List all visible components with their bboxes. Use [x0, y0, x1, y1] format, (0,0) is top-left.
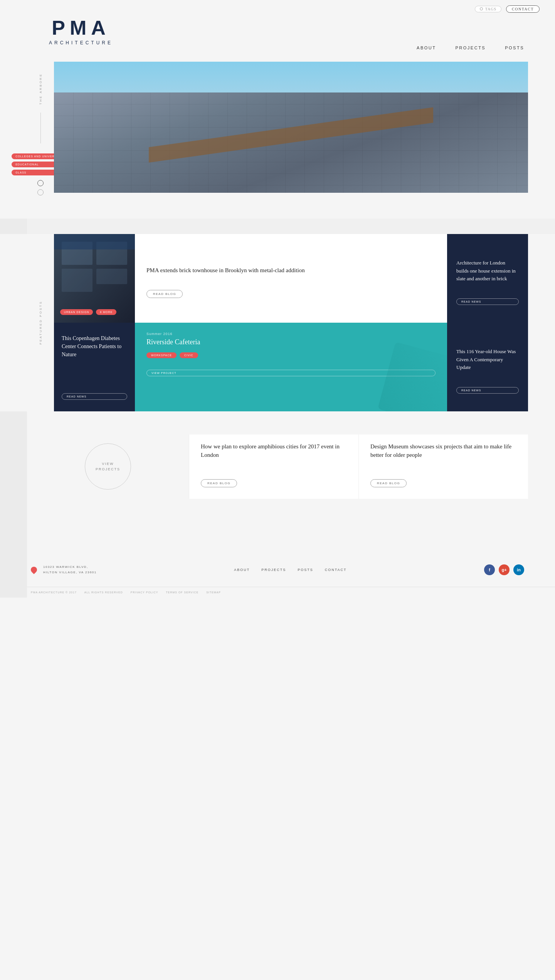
featured-sidebar: FEATURED POSTS — [27, 234, 54, 411]
featured-card-3: Architecture for London builds one house… — [447, 234, 528, 323]
dot-next[interactable] — [37, 189, 44, 195]
card6-title: This 116 Year-old House Was Given A Cont… — [456, 348, 519, 372]
card6-read-btn[interactable]: READ NEWS — [456, 387, 519, 394]
card5-title: Riverside Cafeteria — [146, 338, 436, 346]
building-grid-svg — [54, 93, 528, 193]
svg-rect-5 — [96, 269, 127, 284]
footer-addr-text: 10323 WARWICK BLVD, HILTON VILLAGE, VA 2… — [43, 564, 97, 576]
bottom-section: VIEWPROJECTS How we plan to explore amph… — [0, 411, 555, 514]
featured-card-6: This 116 Year-old House Was Given A Cont… — [447, 323, 528, 411]
bottom-card-2-title: Design Museum showcases six projects tha… — [370, 442, 516, 460]
rights-reserved: ALL RIGHTS RESERVED — [84, 591, 123, 594]
footer-address: 10323 WARWICK BLVD, HILTON VILLAGE, VA 2… — [31, 564, 97, 576]
hero-sidebar: THE ARBORE COLLEGES AND UNIVERSITIES EDU… — [27, 62, 54, 203]
nav-about[interactable]: ABOUT — [417, 45, 436, 50]
hero-section: THE ARBORE COLLEGES AND UNIVERSITIES EDU… — [0, 62, 555, 219]
card3-title: Architecture for London builds one house… — [456, 259, 519, 283]
card5-tag-1[interactable]: WORKSPACE — [146, 352, 177, 358]
nav-projects[interactable]: PROJECTS — [456, 45, 486, 50]
bottom-card-1-title: How we plan to explore amphibious cities… — [201, 442, 347, 460]
terms-of-service[interactable]: TERMS OF SERVICE — [166, 591, 198, 594]
bottom-grid: VIEWPROJECTS How we plan to explore amph… — [27, 434, 528, 499]
hero-sidebar-label: THE ARBORE — [39, 73, 42, 105]
logo-pma[interactable]: PMA — [49, 16, 113, 39]
footer-addr-line2: HILTON VILLAGE, VA 23601 — [43, 570, 97, 575]
social-facebook[interactable]: f — [484, 564, 495, 575]
hero-image — [54, 62, 528, 193]
contact-button[interactable]: CONTACT — [506, 5, 540, 13]
featured-label: FEATURED POSTS — [39, 301, 42, 345]
featured-card-2: PMA extends brick townhouse in Brooklyn … — [135, 234, 447, 323]
footer-nav-projects[interactable]: PROJECTS — [261, 568, 286, 572]
logo-arch: ARCHITECTURE — [49, 40, 113, 45]
featured-card-1: URBAN DESIGN 8 MORE — [54, 234, 135, 323]
bottom-footer-bar: PMA ARCHITECTURE © 2017 ALL RIGHTS RESER… — [0, 587, 555, 598]
social-googleplus[interactable]: g+ — [499, 564, 510, 575]
featured-card-5: Summer 2016 Riverside Cafeteria WORKSPAC… — [135, 323, 447, 411]
card5-tag-2[interactable]: CIVIC — [180, 352, 198, 358]
footer-nav-posts[interactable]: POSTS — [298, 568, 313, 572]
hero-nav-dots — [37, 180, 44, 195]
top-bar: TAGS CONTACT — [162, 0, 555, 14]
featured-top-row: URBAN DESIGN 8 MORE PMA extends brick to… — [54, 234, 528, 323]
footer: 10323 WARWICK BLVD, HILTON VILLAGE, VA 2… — [0, 553, 555, 587]
card4-title: This Copenhagen Diabetes Center Connects… — [62, 334, 127, 359]
copyright: PMA ARCHITECTURE © 2017 — [31, 591, 77, 594]
search-icon — [480, 7, 483, 10]
footer-addr-line1: 10323 WARWICK BLVD, — [43, 564, 97, 570]
logo-area: PMA ARCHITECTURE — [0, 0, 162, 62]
card2-title: PMA extends brick townhouse in Brooklyn … — [146, 266, 436, 275]
hero-divider — [40, 113, 41, 143]
card2-read-btn[interactable]: READ BLOG — [146, 290, 183, 298]
card1-tag-urban[interactable]: URBAN DESIGN — [60, 309, 93, 315]
card5-season: Summer 2016 — [146, 332, 436, 336]
featured-grid-wrap: URBAN DESIGN 8 MORE PMA extends brick to… — [54, 234, 528, 411]
bottom-card-2-btn[interactable]: READ BLOG — [370, 479, 407, 487]
footer-social: f g+ in — [484, 564, 524, 575]
view-projects-circle[interactable]: VIEWPROJECTS — [85, 443, 131, 490]
featured-section: FEATURED POSTS — [0, 234, 555, 411]
view-projects-area: VIEWPROJECTS — [27, 434, 189, 499]
dot-prev[interactable] — [37, 180, 44, 186]
bottom-card-1: How we plan to explore amphibious cities… — [189, 434, 358, 499]
view-projects-label: VIEWPROJECTS — [96, 461, 120, 472]
footer-nav-contact[interactable]: CONTACT — [325, 568, 347, 572]
featured-bottom-row: This Copenhagen Diabetes Center Connects… — [54, 323, 528, 411]
card4-read-btn[interactable]: READ NEWS — [62, 393, 127, 400]
search-bar[interactable]: TAGS — [475, 6, 501, 12]
card3-read-btn[interactable]: READ NEWS — [456, 298, 519, 305]
tags-label[interactable]: TAGS — [485, 7, 496, 11]
footer-nav-about[interactable]: ABOUT — [234, 568, 250, 572]
footer-nav: ABOUT PROJECTS POSTS CONTACT — [234, 568, 346, 572]
card1-tag-more[interactable]: 8 MORE — [96, 309, 116, 315]
featured-card-4: This Copenhagen Diabetes Center Connects… — [54, 323, 135, 411]
sitemap[interactable]: SITEMAP — [206, 591, 221, 594]
svg-rect-6 — [54, 234, 135, 249]
svg-rect-0 — [54, 93, 528, 193]
bottom-card-2: Design Museum showcases six projects tha… — [358, 434, 528, 499]
location-icon — [31, 566, 39, 574]
card1-tags: URBAN DESIGN 8 MORE — [60, 309, 116, 315]
svg-rect-3 — [62, 269, 92, 292]
bottom-card-1-btn[interactable]: READ BLOG — [201, 479, 237, 487]
privacy-policy[interactable]: PRIVACY POLICY — [131, 591, 158, 594]
nav-posts[interactable]: POSTS — [505, 45, 524, 50]
social-linkedin[interactable]: in — [513, 564, 524, 575]
spacer — [0, 514, 555, 553]
hero-img-bg — [54, 62, 528, 193]
logo: PMA ARCHITECTURE — [49, 16, 113, 45]
